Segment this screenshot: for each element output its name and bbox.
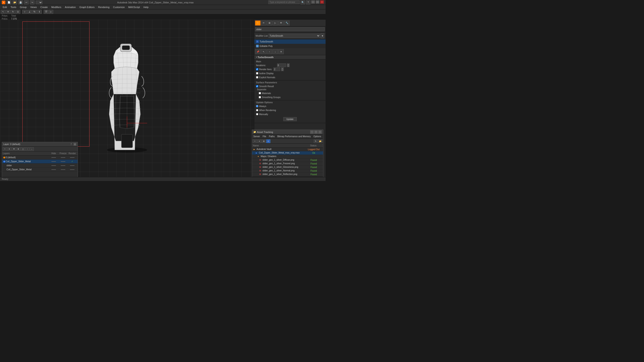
asset-menu-bitmap[interactable]: Bitmap Performance and Memory <box>276 135 312 138</box>
menu-create[interactable]: Create <box>38 5 50 9</box>
new-btn[interactable]: 📄 <box>7 0 11 4</box>
smoothing-groups-checkbox[interactable] <box>259 96 261 98</box>
create-icon[interactable]: + <box>255 20 260 25</box>
layer-hide-btn[interactable]: 👁 <box>12 147 16 151</box>
asset-row-max[interactable]: ▶ Coil_Zipper_Slider_Metal_max_vray.max … <box>252 151 323 155</box>
layer-row-default[interactable]: 0 (default) <box>2 156 78 160</box>
render-iters-up[interactable]: ▲ <box>281 67 284 69</box>
asset-new-btn[interactable]: + <box>253 139 257 143</box>
layer-new-btn[interactable]: + <box>3 147 7 151</box>
hierarchy-icon[interactable]: ⊞ <box>267 20 272 25</box>
menu-animation[interactable]: Animation <box>63 5 78 9</box>
layer-move-down-btn[interactable]: ↓ <box>30 147 34 151</box>
explicit-normals-checkbox[interactable] <box>256 76 258 78</box>
help-icon[interactable]: ? <box>306 0 310 4</box>
render-setup-btn[interactable]: 🎬 <box>44 10 48 14</box>
snap-btn[interactable]: ⊹ <box>22 10 27 14</box>
maximize-button[interactable]: □ <box>316 0 319 3</box>
asset-panel-close[interactable]: × <box>318 130 322 134</box>
asset-row-reflection[interactable]: 🖼 slider_geo_1_silver_Reflection.png Fou… <box>252 173 323 176</box>
asset-menu-file[interactable]: File <box>261 135 268 138</box>
asset-row-fresnel[interactable]: 🖼 slider_geo_1_silver_Fresnel.png Found <box>252 162 323 166</box>
iterations-up[interactable]: ▲ <box>287 63 290 65</box>
asset-row-maps[interactable]: ▼ Maps / Shaders <box>252 155 323 158</box>
menu-edit[interactable]: Edit <box>1 5 9 9</box>
move-btn[interactable]: ✛ <box>6 10 10 14</box>
render-iters-input[interactable] <box>274 67 280 71</box>
minimize-button[interactable]: − <box>311 0 315 3</box>
menu-graph-editors[interactable]: Graph Editors <box>78 5 96 9</box>
render-btn[interactable]: ▷ <box>49 10 53 14</box>
asset-panel-restore[interactable]: □ <box>314 130 318 134</box>
modifier-list-dropdown[interactable]: TurboSmooth Bend Taper <box>268 34 320 38</box>
asset-path-btn[interactable]: 📂 <box>318 139 322 143</box>
manually-radio[interactable] <box>256 113 258 115</box>
asset-row-vault[interactable]: ▶ Autodesk Vault Logged Out <box>252 148 323 151</box>
rotate-btn[interactable]: ↻ <box>11 10 15 14</box>
close-button[interactable]: × <box>320 0 324 3</box>
asset-thumb-btn[interactable]: ⊞ <box>262 139 266 143</box>
undo-btn[interactable]: ↩ <box>24 0 28 4</box>
asset-refresh-btn[interactable]: ↻ <box>314 139 318 143</box>
modifier-list-arrow[interactable]: ▼ <box>321 33 324 38</box>
menu-maxscript[interactable]: MAXScript <box>126 5 142 9</box>
asset-menu-paths[interactable]: Paths <box>268 135 276 138</box>
layer-row-coil[interactable]: Coil_Zipper_Slider_Metal ✓ <box>2 160 78 164</box>
keyword-search[interactable] <box>268 0 300 4</box>
iterations-input[interactable]: 0 <box>277 63 286 67</box>
always-radio[interactable] <box>256 105 258 107</box>
turbosmooth-section-header[interactable]: ▼ TurboSmooth <box>254 55 326 59</box>
when-rendering-radio[interactable] <box>256 109 258 111</box>
layer-move-up-btn[interactable]: ↑ <box>25 147 29 151</box>
layer-freeze-btn[interactable]: ❄ <box>16 147 20 151</box>
pin-icon[interactable]: 📌 <box>255 49 260 54</box>
menu-views[interactable]: Views <box>28 5 38 9</box>
asset-detail-btn[interactable]: ⊟ <box>266 139 270 143</box>
asset-panel-minimize[interactable]: − <box>310 130 314 134</box>
move-down-icon[interactable]: ↓ <box>272 49 278 54</box>
delete-modifier-icon[interactable]: ✕ <box>278 49 284 54</box>
isoline-checkbox[interactable] <box>256 72 258 74</box>
spinner-snap-btn[interactable]: ⇕ <box>37 10 42 14</box>
search-icon[interactable]: 🔍 <box>300 0 305 4</box>
layer-delete-btn[interactable]: ✕ <box>8 147 12 151</box>
save-btn[interactable]: 💾 <box>18 0 23 4</box>
menu-customize[interactable]: Customize <box>111 5 126 9</box>
asset-row-normal[interactable]: 🖼 slider_geo_1_silver_Normal.png Found <box>252 169 323 173</box>
utilities-icon[interactable]: 🔧 <box>284 20 290 25</box>
asset-list-btn[interactable]: ≡ <box>258 139 262 143</box>
cursor-icon[interactable]: ↖ <box>261 49 266 54</box>
menu-group[interactable]: Group <box>18 5 28 9</box>
iterations-down[interactable]: ▼ <box>287 65 290 67</box>
redo-btn[interactable]: ↪ <box>30 0 34 4</box>
select-btn[interactable]: ↖ <box>1 10 5 14</box>
menu-tools[interactable]: Tools <box>9 5 18 9</box>
layer-panel-close[interactable]: × <box>74 143 76 146</box>
menu-modifiers[interactable]: Modifiers <box>50 5 63 9</box>
update-button[interactable]: Update <box>283 117 297 121</box>
asset-row-glossiness[interactable]: 🖼 slider_geo_1_silver_Glossiness.png Fou… <box>252 166 323 169</box>
scale-btn[interactable]: ⊡ <box>16 10 20 14</box>
menu-rendering[interactable]: Rendering <box>96 5 111 9</box>
layer-row-slider[interactable]: slider <box>2 164 78 168</box>
object-name-input[interactable]: slider <box>255 27 325 31</box>
open-btn[interactable]: 📂 <box>12 0 17 4</box>
layer-select-btn[interactable]: ◻ <box>21 147 25 151</box>
motion-icon[interactable]: ▷ <box>272 20 278 25</box>
materials-checkbox[interactable] <box>259 92 261 94</box>
smooth-result-checkbox[interactable] <box>256 85 258 87</box>
modify-icon[interactable]: ✏ <box>261 20 266 25</box>
render-iters-down[interactable]: ▼ <box>281 69 284 71</box>
layer-row-coil2[interactable]: Coil_Zipper_Slider_Metal <box>2 168 78 172</box>
modifier-turbsmooth[interactable]: T TurboSmooth <box>254 39 326 44</box>
workspace-dropdown[interactable]: Workspace: Default <box>36 1 42 4</box>
asset-menu-options[interactable]: Options <box>312 135 322 138</box>
asset-menu-server[interactable]: Server <box>252 135 261 138</box>
display-icon[interactable]: 👁 <box>278 20 284 25</box>
menu-help[interactable]: Help <box>142 5 150 9</box>
asset-row-diffuse[interactable]: 🖼 slider_geo_1_silver_Diffuse.png Found <box>252 158 323 162</box>
percent-snap-btn[interactable]: % <box>32 10 37 14</box>
render-iters-checkbox[interactable] <box>256 68 258 70</box>
angle-snap-btn[interactable]: ∠ <box>27 10 32 14</box>
move-modifier-icon[interactable]: ↑ <box>267 49 272 54</box>
